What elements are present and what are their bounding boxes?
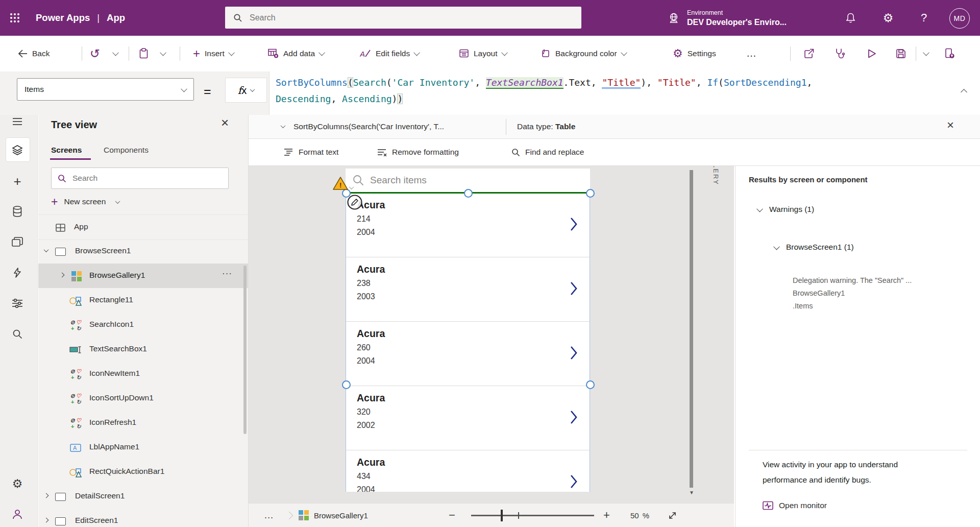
publish-button[interactable]	[944, 36, 955, 71]
tree-item-searchicon1[interactable]: ⊘♡+↻ SearchIcon1	[38, 313, 248, 337]
power-automate-icon[interactable]	[11, 266, 24, 279]
chevron-right-icon[interactable]	[44, 518, 49, 523]
delegation-warning-text[interactable]: Delegation warning. The "Search" ... Bro…	[793, 274, 912, 313]
app-screen[interactable]: Search items Acura 214 2004 Acura 238 20…	[346, 169, 590, 492]
gallery-row[interactable]: Acura 320 2002	[346, 386, 590, 450]
tab-components[interactable]: Components	[104, 146, 149, 155]
layout-button[interactable]: Layout	[459, 36, 507, 71]
tree-item-detailscreen1[interactable]: DetailScreen1	[38, 484, 248, 509]
command-overflow-button[interactable]: …	[746, 36, 757, 71]
screen-group[interactable]: BrowseScreen1 (1)	[774, 243, 854, 252]
back-button[interactable]: Back	[18, 36, 50, 71]
fit-to-screen-button[interactable]	[668, 504, 677, 527]
edit-pencil-icon[interactable]	[347, 194, 363, 210]
gallery-row[interactable]: Acura 434 2004	[346, 450, 590, 492]
notifications-bell-icon[interactable]	[839, 0, 862, 36]
row-chevron-icon[interactable]	[570, 410, 577, 425]
gallery-row[interactable]: Acura 260 2004	[346, 322, 590, 386]
tree-item-browsegallery1[interactable]: BrowseGallery1 ···	[38, 264, 248, 288]
paste-button[interactable]	[139, 36, 149, 71]
tree-item-iconsortupdown1[interactable]: ⊘♡+↻ IconSortUpDown1	[38, 386, 248, 411]
background-color-button[interactable]: Background color	[540, 36, 626, 71]
app-settings-button[interactable]: ⚙ Settings	[673, 36, 716, 71]
warnings-group[interactable]: Warnings (1)	[757, 205, 814, 214]
tree-item-rectangle11[interactable]: Rectangle11	[38, 288, 248, 313]
remove-formatting-button[interactable]: Remove formatting	[378, 139, 459, 165]
canvas-scrollbar[interactable]	[690, 170, 693, 488]
hamburger-menu-icon[interactable]	[11, 115, 24, 128]
tree-item-textsearchbox1[interactable]: TextSearchBox1	[38, 337, 248, 362]
expand-result-icon[interactable]	[281, 123, 286, 128]
undo-button[interactable]: ↺	[90, 36, 100, 71]
close-tree-view-icon[interactable]: ×	[221, 115, 229, 131]
row-chevron-icon[interactable]	[570, 217, 577, 232]
resize-handle[interactable]	[586, 189, 595, 198]
user-icon[interactable]	[11, 508, 24, 521]
app-checker-button[interactable]	[835, 36, 845, 71]
chevron-down-icon[interactable]	[44, 247, 49, 252]
paste-dropdown[interactable]	[161, 36, 165, 71]
settings-gear-icon[interactable]: ⚙	[877, 0, 899, 36]
resize-handle[interactable]	[586, 380, 595, 389]
tree-item-rectquickactionbar1[interactable]: RectQuickActionBar1	[38, 460, 248, 484]
item-overflow-icon[interactable]: ···	[222, 269, 232, 279]
tree-item-iconnewitem1[interactable]: ⊘♡+↻ IconNewItem1	[38, 362, 248, 386]
delegation-warning-icon[interactable]: !	[333, 176, 348, 190]
row-chevron-icon[interactable]	[570, 474, 577, 489]
insert-button[interactable]: + Insert	[193, 36, 234, 71]
waffle-menu-icon[interactable]	[0, 0, 30, 36]
open-monitor-button[interactable]: Open monitor	[763, 498, 827, 513]
scrollbar-down-arrow-icon[interactable]: ▼	[689, 490, 694, 495]
rail-search-icon[interactable]	[11, 327, 24, 341]
row-chevron-icon[interactable]	[570, 345, 577, 361]
advanced-tools-icon[interactable]	[11, 297, 24, 310]
zoom-percentage[interactable]: 50%	[630, 504, 649, 527]
edit-fields-button[interactable]: A Edit fields	[360, 36, 419, 71]
chevron-right-icon[interactable]	[44, 493, 49, 498]
tree-item-iconrefresh1[interactable]: ⊘♡+↻ IconRefresh1	[38, 411, 248, 435]
formula-summary[interactable]: SortByColumns(Search('Car Inventory', T.…	[293, 122, 444, 131]
find-replace-button[interactable]: Find and replace	[511, 139, 584, 165]
undo-dropdown[interactable]	[113, 36, 118, 71]
avatar[interactable]: MD	[949, 8, 970, 29]
zoom-out-button[interactable]: −	[449, 504, 455, 527]
help-icon[interactable]: ?	[913, 0, 935, 36]
tab-screens[interactable]: Screens	[51, 146, 82, 155]
global-search[interactable]	[225, 7, 581, 29]
selected-control-breadcrumb[interactable]: BrowseGallery1	[299, 504, 368, 527]
share-button[interactable]	[803, 36, 815, 71]
tree-item-app[interactable]: App	[38, 214, 248, 240]
resize-handle[interactable]	[342, 380, 351, 389]
media-icon[interactable]	[11, 235, 24, 249]
tree-search-input[interactable]	[71, 173, 216, 183]
data-icon[interactable]	[11, 205, 24, 218]
property-selector[interactable]: Items	[17, 78, 194, 101]
tree-item-editscreen1[interactable]: EditScreen1	[38, 509, 248, 527]
add-data-button[interactable]: Add data	[268, 36, 324, 71]
zoom-slider-track[interactable]	[471, 515, 594, 516]
footer-overflow-button[interactable]: …	[264, 504, 274, 527]
tree-scrollbar[interactable]	[243, 266, 247, 434]
tree-view-icon[interactable]	[11, 143, 24, 157]
save-button[interactable]	[896, 36, 906, 71]
save-dropdown[interactable]	[924, 36, 928, 71]
tree-item-browsescreen1[interactable]: BrowseScreen1	[38, 239, 248, 264]
zoom-in-button[interactable]: +	[603, 504, 610, 527]
zoom-slider-thumb[interactable]	[501, 510, 503, 521]
preview-play-button[interactable]	[867, 36, 877, 71]
formula-editor[interactable]: SortByColumns(Search('Car Inventory', Te…	[269, 71, 980, 115]
rail-settings-gear-icon[interactable]: ⚙	[11, 477, 24, 490]
gallery-row[interactable]: Acura 214 2004	[346, 193, 590, 257]
row-chevron-icon[interactable]	[570, 281, 577, 296]
format-text-button[interactable]: Format text	[284, 139, 338, 165]
environment-picker[interactable]: Environment DEV Developer's Enviro...	[668, 0, 787, 36]
tree-search-box[interactable]	[51, 167, 229, 189]
global-search-input[interactable]	[249, 13, 557, 23]
tree-item-lblappname1[interactable]: A LblAppName1	[38, 435, 248, 460]
fx-button[interactable]: fx	[225, 78, 267, 103]
new-screen-button[interactable]: + New screen	[51, 194, 119, 209]
insert-icon[interactable]: +	[11, 175, 24, 188]
close-results-icon[interactable]: ×	[947, 118, 954, 132]
resize-handle[interactable]	[464, 189, 473, 198]
gallery-row[interactable]: Acura 238 2003	[346, 257, 590, 322]
